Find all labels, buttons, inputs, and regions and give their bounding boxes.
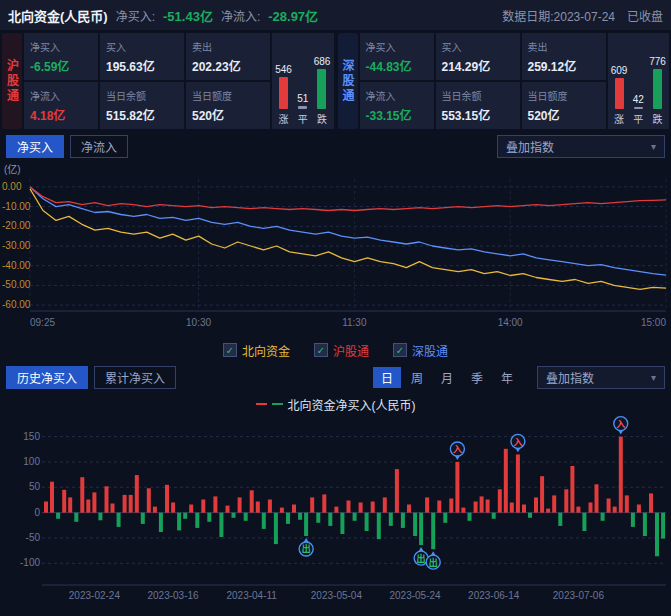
tab-net-flow[interactable]: 净流入 [70,135,128,158]
stat-value: 4.18亿 [30,106,92,123]
tab-net-buy[interactable]: 净买入 [6,135,64,158]
stat-label: 净买入 [366,39,428,54]
net-buy-label: 净买入: [116,7,155,24]
stat-label: 当日额度 [528,88,600,103]
data-date: 数据日期:2023-07-24 [502,7,615,24]
flat-bar [298,106,307,109]
net-flow-value: -28.97亿 [268,6,318,25]
history-legend: 北向资金净买入(人民币) [0,393,671,415]
overlay-index-select[interactable]: 叠加指数 ▾ [537,366,665,389]
stat-label: 买入 [106,39,178,54]
stat-label: 买入 [442,39,514,54]
sz-connect-tab: 深股通 [338,33,358,129]
intraday-toolbar: 净买入 净流入 叠加指数 ▾ [0,131,671,161]
stat-cell: 买入 195.63亿 [100,33,184,80]
svg-text:2023-07-06: 2023-07-06 [553,590,605,601]
stat-cell: 卖出 259.12亿 [522,33,606,80]
period-day-button[interactable]: 日 [373,367,401,388]
stat-label: 卖出 [192,39,264,54]
stat-value: 553.15亿 [442,106,514,123]
legend-label: 深股通 [412,342,448,359]
svg-text:2023-05-04: 2023-05-04 [311,590,363,601]
advancers-label: 涨 [279,111,289,126]
stat-value: 202.23亿 [192,57,264,74]
svg-text:入: 入 [615,419,625,429]
stat-cell: 当日余额 553.15亿 [436,82,520,129]
stat-value: 520亿 [192,106,264,123]
svg-text:出: 出 [429,557,438,568]
advance-decline-chart: 609 涨 42 平 776 跌 [608,33,670,129]
decliners-bar [653,69,662,109]
market-status: 已收盘 [627,7,663,24]
tab-history-net-buy[interactable]: 历史净买入 [6,366,88,389]
flat-count: 51 [297,93,308,104]
tab-cumulative-net-buy[interactable]: 累计净买入 [94,366,176,389]
overlay-index-label: 叠加指数 [546,369,594,386]
svg-text:-50.00: -50.00 [2,279,31,290]
history-bar-chart[interactable]: 150100500-50-1002023-02-242023-03-162023… [0,415,671,615]
stat-label: 净流入 [366,88,428,103]
chevron-down-icon: ▾ [651,141,656,152]
stat-label: 净买入 [30,39,92,54]
legend-label: 沪股通 [333,342,369,359]
period-quarter-button[interactable]: 季 [463,367,491,388]
overlay-index-select[interactable]: 叠加指数 ▾ [497,135,665,158]
checkbox-checked-icon: ✓ [223,343,237,357]
flat-column: 42 平 [633,37,644,126]
stat-value: -33.15亿 [366,106,428,123]
top-header: 北向资金(人民币) 净买入: -51.43亿 净流入: -28.97亿 数据日期… [0,0,671,30]
svg-text:-30.00: -30.00 [2,240,31,251]
svg-text:50: 50 [29,481,41,492]
green-dash-icon [272,403,283,405]
period-year-button[interactable]: 年 [493,367,521,388]
advancers-count: 546 [275,64,292,75]
svg-text:2023-03-16: 2023-03-16 [147,590,199,601]
history-legend-label: 北向资金净买入(人民币) [288,396,416,413]
stat-label: 净流入 [30,88,92,103]
legend-toggle-sz-connect[interactable]: ✓ 深股通 [393,342,448,359]
flat-label: 平 [298,111,308,126]
svg-text:11:30: 11:30 [342,317,367,328]
svg-text:(亿): (亿) [4,163,21,175]
stat-cell: 当日额度 520亿 [522,82,606,129]
intraday-legend: ✓ 北向资金 ✓ 沪股通 ✓ 深股通 [0,339,671,361]
svg-text:14:00: 14:00 [498,317,523,328]
sz-connect-panel: 深股通 净买入 -44.83亿 买入 214.29亿 卖出 259.12亿 60… [338,33,670,129]
sh-connect-tab: 沪股通 [2,33,22,129]
svg-text:2023-06-14: 2023-06-14 [468,590,520,601]
svg-text:出: 出 [417,553,426,564]
stat-cell: 当日余额 515.82亿 [100,82,184,129]
svg-text:10:30: 10:30 [186,317,211,328]
checkbox-checked-icon: ✓ [393,343,407,357]
legend-label: 北向资金 [242,342,290,359]
decliners-bar [317,69,326,109]
decliners-column: 686 跌 [314,37,331,126]
flat-bar [634,107,643,109]
decliners-column: 776 跌 [649,37,666,126]
intraday-line-chart[interactable]: (亿)09:2510:3011:3014:0015:000.00-10.00-2… [0,161,671,339]
period-month-button[interactable]: 月 [433,367,461,388]
svg-text:-40.00: -40.00 [2,260,31,271]
flat-label: 平 [633,111,643,126]
stat-label: 卖出 [528,39,600,54]
stat-cell: 净买入 -44.83亿 [360,33,434,80]
stat-label: 当日余额 [106,88,178,103]
period-week-button[interactable]: 周 [403,367,431,388]
svg-text:入: 入 [452,444,462,454]
period-switcher: 日 周 月 季 年 [373,367,521,388]
net-flow-label: 净流入: [221,7,260,24]
stat-cell: 净流入 4.18亿 [24,82,98,129]
decliners-count: 686 [314,56,331,67]
red-dash-icon [256,403,267,405]
svg-text:-60.00: -60.00 [2,299,31,310]
legend-toggle-northbound[interactable]: ✓ 北向资金 [223,342,290,359]
chevron-down-icon: ▾ [651,372,656,383]
sh-connect-panel: 沪股通 净买入 -6.59亿 买入 195.63亿 卖出 202.23亿 546… [2,33,334,129]
advance-decline-chart: 546 涨 51 平 686 跌 [272,33,334,129]
svg-text:0: 0 [34,507,40,518]
legend-toggle-sh-connect[interactable]: ✓ 沪股通 [314,342,369,359]
stat-cell: 买入 214.29亿 [436,33,520,80]
checkbox-checked-icon: ✓ [314,343,328,357]
stat-value: 214.29亿 [442,57,514,74]
svg-text:09:25: 09:25 [30,317,55,328]
